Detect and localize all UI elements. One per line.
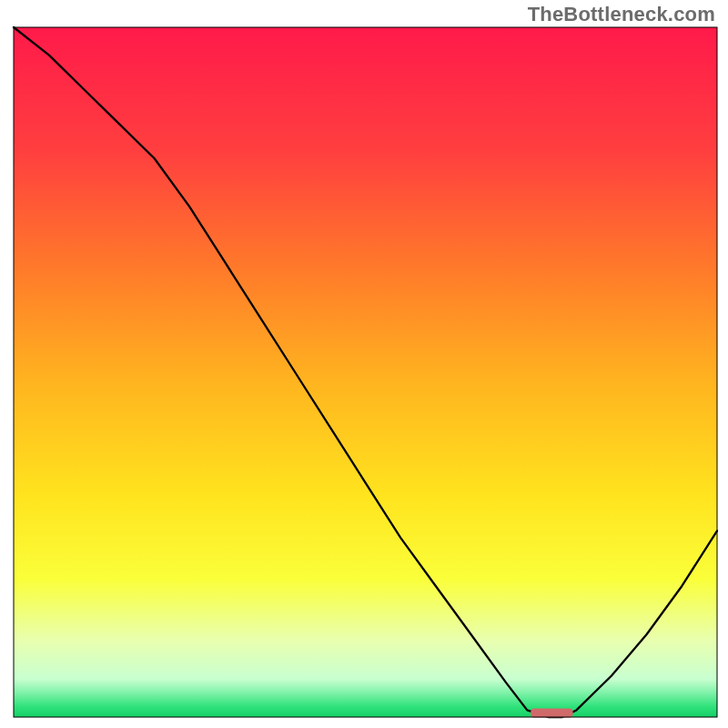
chart-gradient-area [14, 27, 717, 717]
bottleneck-chart [0, 0, 728, 728]
watermark-text: TheBottleneck.com [528, 3, 715, 26]
optimal-marker [531, 708, 572, 717]
